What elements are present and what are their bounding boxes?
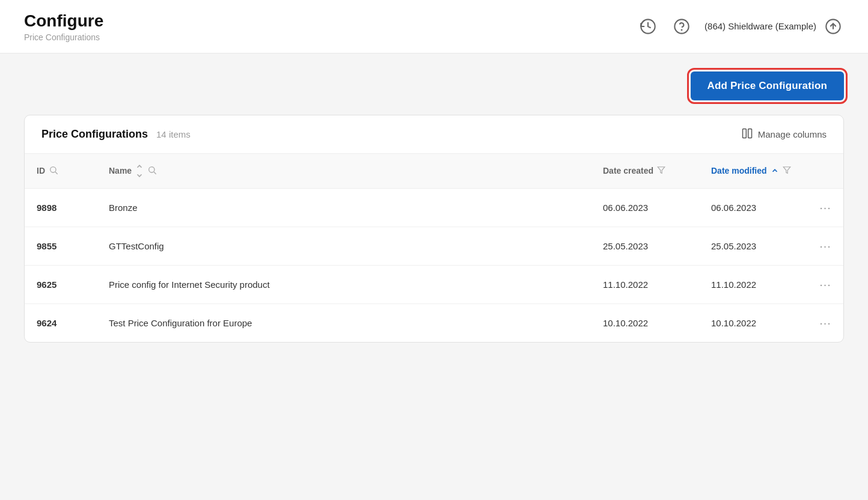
row-actions-menu-button[interactable]: ···: [819, 239, 831, 252]
cell-date-modified: 06.06.2023: [699, 188, 807, 227]
header-left: Configure Price Configurations: [24, 11, 103, 42]
name-search-icon[interactable]: [147, 165, 157, 177]
cell-date-created: 10.10.2022: [591, 303, 699, 342]
table-row: 9898 Bronze 06.06.2023 06.06.2023 ···: [25, 188, 843, 227]
table-row: 9624 Test Price Configuration fror Europ…: [25, 303, 843, 342]
manage-columns-label: Manage columns: [758, 129, 827, 139]
add-price-configuration-button[interactable]: Add Price Configuration: [691, 72, 844, 100]
table-row: 9625 Price config for Internet Security …: [25, 265, 843, 303]
svg-marker-12: [783, 166, 790, 173]
date-modified-column-label: Date modified: [711, 166, 767, 175]
cell-name: Bronze: [97, 188, 591, 227]
cell-date-created: 25.05.2023: [591, 227, 699, 265]
account-icon: [822, 16, 844, 37]
page-subtitle: Price Configurations: [24, 32, 103, 42]
main-content: Add Price Configuration Price Configurat…: [0, 53, 868, 361]
svg-point-9: [149, 166, 154, 172]
cell-date-modified: 11.10.2022: [699, 265, 807, 303]
table-count: 14 items: [156, 129, 191, 139]
cell-id: 9855: [25, 227, 97, 265]
column-header-date-modified: Date modified: [699, 154, 807, 189]
date-created-column-label: Date created: [603, 166, 653, 175]
date-modified-filter-icon[interactable]: [783, 166, 791, 176]
cell-actions: ···: [807, 188, 843, 227]
action-bar: Add Price Configuration: [24, 72, 844, 100]
svg-line-10: [154, 172, 156, 174]
cell-id: 9898: [25, 188, 97, 227]
cell-name: Test Price Configuration fror Europe: [97, 303, 591, 342]
table-header: ID Name: [25, 154, 843, 189]
column-header-id: ID: [25, 154, 97, 189]
svg-point-1: [674, 19, 688, 33]
manage-columns-icon: [741, 127, 753, 141]
header-right: (864) Shieldware (Example): [637, 16, 844, 37]
svg-marker-11: [658, 166, 665, 173]
cell-date-modified: 25.05.2023: [699, 227, 807, 265]
date-modified-sort-icon[interactable]: [771, 166, 779, 175]
svg-rect-5: [742, 129, 746, 138]
cell-name: GTTestConfig: [97, 227, 591, 265]
account-label: (864) Shieldware (Example): [704, 21, 816, 31]
cell-date-created: 06.06.2023: [591, 188, 699, 227]
cell-id: 9625: [25, 265, 97, 303]
name-column-label: Name: [109, 166, 132, 175]
history-icon[interactable]: [637, 16, 659, 37]
page-header: Configure Price Configurations (864) Shi…: [0, 0, 868, 53]
column-header-date-created: Date created: [591, 154, 699, 189]
account-selector[interactable]: (864) Shieldware (Example): [704, 16, 844, 37]
manage-columns-button[interactable]: Manage columns: [741, 127, 827, 141]
date-created-filter-icon[interactable]: [657, 166, 665, 176]
row-actions-menu-button[interactable]: ···: [819, 278, 831, 291]
cell-date-modified: 10.10.2022: [699, 303, 807, 342]
cell-date-created: 11.10.2022: [591, 265, 699, 303]
row-actions-menu-button[interactable]: ···: [819, 316, 831, 329]
cell-actions: ···: [807, 303, 843, 342]
cell-actions: ···: [807, 227, 843, 265]
cell-actions: ···: [807, 265, 843, 303]
column-header-actions: [807, 154, 843, 189]
page-title: Configure: [24, 11, 103, 31]
id-column-label: ID: [37, 166, 45, 175]
table-title-group: Price Configurations 14 items: [41, 128, 191, 141]
id-search-icon[interactable]: [49, 165, 58, 177]
price-configurations-table-card: Price Configurations 14 items Manage col…: [24, 115, 844, 343]
cell-name: Price config for Internet Security produ…: [97, 265, 591, 303]
cell-id: 9624: [25, 303, 97, 342]
svg-point-7: [50, 166, 56, 172]
price-configurations-table: ID Name: [25, 154, 843, 342]
table-title: Price Configurations: [41, 128, 148, 141]
name-sort-icon[interactable]: [135, 162, 144, 180]
column-header-name: Name: [97, 154, 591, 189]
svg-rect-6: [748, 129, 751, 138]
help-icon[interactable]: [671, 16, 692, 37]
table-header-row: Price Configurations 14 items Manage col…: [25, 115, 843, 154]
svg-line-8: [55, 172, 58, 174]
table-row: 9855 GTTestConfig 25.05.2023 25.05.2023 …: [25, 227, 843, 265]
row-actions-menu-button[interactable]: ···: [819, 201, 831, 214]
